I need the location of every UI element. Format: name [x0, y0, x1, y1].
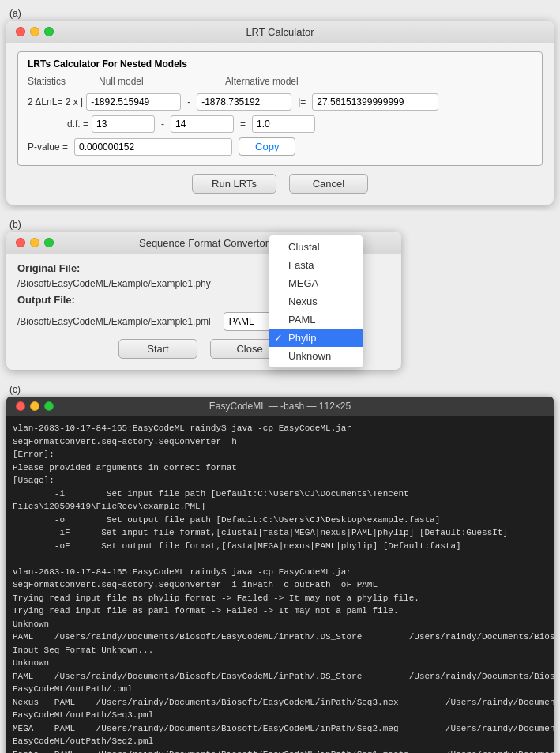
pvalue-input[interactable] — [74, 138, 232, 156]
term-close-button[interactable] — [16, 401, 25, 411]
terminal-line-6: -o Set output file path [Default:C:\User… — [13, 514, 547, 527]
df-alt-input[interactable] — [171, 115, 234, 133]
terminal-line-12: Unknown PAML /Users/raindy/Documents/Bio… — [13, 618, 547, 644]
terminal-title: EasyCodeML — -bash — 112×25 — [209, 401, 351, 412]
terminal-line-16: Nexus PAML /Users/raindy/Documents/Bioso… — [13, 696, 547, 710]
lrt-window-body: LRTs Calculator For Nested Models Statis… — [6, 43, 554, 205]
close-button[interactable] — [16, 27, 25, 36]
terminal-body[interactable]: vlan-2683-10-17-84-165:EasyCodeML raindy… — [6, 416, 554, 753]
df-result-input[interactable] — [252, 115, 315, 133]
minimize-button[interactable] — [30, 27, 39, 36]
section-c-label: (c) — [6, 379, 554, 397]
terminal-line-5: -i Set input file path [Default:C:\Users… — [13, 488, 547, 514]
seq-traffic-lights — [16, 238, 54, 247]
maximize-button[interactable] — [44, 27, 54, 36]
lrt-window-title: LRT Calculator — [246, 26, 314, 38]
lrt-group-title: LRTs Calculator For Nested Models — [28, 58, 532, 70]
terminal-line-15: EasyCodeML/outPath/.pml — [13, 683, 547, 696]
dropdown-item-paml[interactable]: PAML — [269, 311, 363, 329]
terminal-line-3: Please provided arguments in correct for… — [13, 461, 547, 475]
terminal-line-10: Trying read input file as phylip format … — [13, 592, 547, 605]
lnl-alt-input[interactable] — [197, 93, 291, 111]
lrt-row-lnl: 2 ΔLnL= 2 x | - |= — [28, 93, 532, 111]
cancel-button[interactable]: Cancel — [289, 174, 368, 194]
lnl-op1: - — [184, 96, 194, 107]
section-c: (c) EasyCodeML — -bash — 112×25 vlan-268… — [0, 376, 560, 753]
original-file-label: Original File: — [17, 262, 80, 274]
dropdown-item-mega[interactable]: MEGA — [269, 274, 363, 292]
terminal-line-1: vlan-2683-10-17-84-165:EasyCodeML raindy… — [13, 422, 547, 448]
terminal-line-8: -oF Set output file format,[fasta|MEGA|n… — [13, 540, 547, 553]
format-dropdown[interactable]: Clustal Fasta MEGA Nexus PAML Phylip Unk… — [269, 235, 363, 368]
start-button[interactable]: Start — [118, 339, 197, 359]
output-file-path: /Biosoft/EasyCodeML/Example/Example1.pml — [17, 316, 211, 327]
seq-window-title: Sequence Format Convertor — [139, 237, 269, 249]
term-minimize-button[interactable] — [30, 401, 39, 411]
output-file-label: Output File: — [17, 294, 75, 306]
terminal-traffic-lights — [16, 401, 54, 411]
seq-minimize-button[interactable] — [30, 238, 39, 247]
dropdown-item-clustal[interactable]: Clustal — [269, 238, 363, 256]
lrt-btn-row: Run LRTs Cancel — [17, 174, 543, 194]
dropdown-item-unknown[interactable]: Unknown — [269, 347, 363, 365]
terminal-line-blank — [13, 552, 547, 566]
pvalue-row: P-value = Copy — [28, 137, 532, 156]
lrt-header-row: Statistics Null model Alternative model — [28, 76, 532, 87]
terminal-line-9: vlan-2683-10-17-84-165:EasyCodeML raindy… — [13, 566, 547, 592]
traffic-lights — [16, 27, 54, 36]
terminal-line-7: -iF Set input file format,[clustal|fasta… — [13, 526, 547, 540]
terminal-line-11: Trying read input file as paml format ->… — [13, 604, 547, 618]
terminal-line-19: EasyCodeML/outPath/Seq2.pml — [13, 735, 547, 748]
lnl-op2: |= — [295, 96, 309, 107]
dropdown-item-nexus[interactable]: Nexus — [269, 292, 363, 311]
lrt-calculator-window: LRT Calculator LRTs Calculator For Neste… — [6, 21, 554, 205]
lrt-group-box: LRTs Calculator For Nested Models Statis… — [17, 51, 543, 166]
df-label: d.f. = — [67, 119, 88, 130]
section-a: (a) LRT Calculator LRTs Calculator For N… — [0, 0, 560, 211]
lnl-null-input[interactable] — [86, 93, 181, 111]
terminal-window: EasyCodeML — -bash — 112×25 vlan-2683-10… — [6, 397, 554, 753]
col-null-header: Null model — [91, 76, 217, 87]
terminal-line-18: MEGA PAML /Users/raindy/Documents/Biosof… — [13, 722, 547, 736]
run-lrts-button[interactable]: Run LRTs — [192, 174, 276, 194]
lnl-label: 2 ΔLnL= 2 x | — [28, 96, 83, 107]
lrt-row-df: d.f. = - = — [28, 115, 532, 133]
terminal-line-13: Input Seq Format Unknown... — [13, 644, 547, 657]
df-op2: = — [237, 119, 249, 130]
copy-button[interactable]: Copy — [239, 137, 295, 156]
col-alt-header: Alternative model — [217, 76, 344, 87]
pvalue-label: P-value = — [28, 141, 68, 152]
col-stat-header: Statistics — [28, 76, 91, 87]
df-null-input[interactable] — [92, 115, 155, 133]
lnl-result-input[interactable] — [312, 93, 438, 111]
term-maximize-button[interactable] — [44, 401, 54, 411]
section-b: (b) Clustal Fasta MEGA Nexus PAML Phylip… — [0, 211, 560, 376]
terminal-titlebar: EasyCodeML — -bash — 112×25 — [6, 397, 554, 416]
original-file-path: /Biosoft/EasyCodeML/Example/Example1.phy — [17, 278, 211, 289]
terminal-line-4: [Usage]: — [13, 474, 547, 488]
terminal-line-17: EasyCodeML/outPath/Seq3.pml — [13, 709, 547, 722]
lrt-titlebar: LRT Calculator — [6, 21, 554, 43]
seq-close-button[interactable] — [16, 238, 25, 247]
terminal-line-2: [Error]: — [13, 448, 547, 461]
df-op1: - — [158, 119, 167, 130]
dropdown-item-phylip[interactable]: Phylip — [269, 329, 363, 347]
terminal-line-20: Fasta PAML /Users/raindy/Documents/Bioso… — [13, 748, 547, 754]
seq-maximize-button[interactable] — [44, 238, 54, 247]
section-a-label: (a) — [6, 3, 554, 21]
section-b-label: (b) — [6, 214, 554, 232]
dropdown-item-fasta[interactable]: Fasta — [269, 256, 363, 274]
terminal-line-14: Unknown PAML /Users/raindy/Documents/Bio… — [13, 657, 547, 683]
